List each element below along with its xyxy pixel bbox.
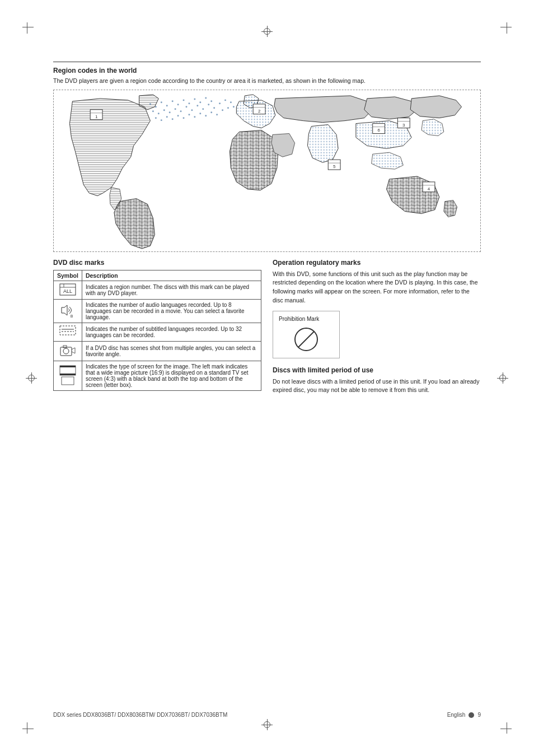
angle-icon <box>59 344 76 357</box>
svg-point-24 <box>177 104 179 105</box>
svg-point-20 <box>155 106 157 108</box>
footer-right: English 9 <box>447 712 481 718</box>
icon-cell-region: ALL <box>54 281 82 299</box>
svg-point-44 <box>224 99 226 101</box>
region-heading: Region codes in the world <box>53 67 481 74</box>
svg-point-38 <box>191 109 193 111</box>
dvd-marks-heading: DVD disc marks <box>53 259 261 267</box>
dvd-marks-table: Symbol Description ALL <box>53 270 261 391</box>
region-intro: The DVD players are given a region code … <box>53 77 481 85</box>
limited-heading: Discs with limited period of use <box>273 366 481 374</box>
desc-region: Indicates a region number. The discs wit… <box>82 281 261 299</box>
prohibition-label: Prohibition Mark <box>279 316 334 322</box>
svg-point-32 <box>158 113 160 114</box>
table-row: 8 Indicates the number of audio language… <box>54 299 261 323</box>
svg-point-31 <box>152 110 154 112</box>
svg-point-58 <box>222 109 223 111</box>
operation-column: Operation regulatory marks With this DVD… <box>273 259 481 395</box>
desc-aspect: Indicates the type of screen for the ima… <box>82 361 261 390</box>
desc-angle: If a DVD disc has scenes shot from multi… <box>82 341 261 361</box>
footer-page-number: 9 <box>477 712 481 718</box>
center-cross-bottom <box>261 719 273 730</box>
table-row: If a DVD disc has scenes shot from multi… <box>54 341 261 361</box>
col-symbol-header: Symbol <box>54 270 82 281</box>
svg-point-45 <box>230 101 232 103</box>
svg-line-84 <box>298 332 314 347</box>
svg-point-51 <box>183 117 185 119</box>
svg-point-77 <box>63 348 69 354</box>
top-rule <box>53 62 481 62</box>
svg-point-29 <box>205 97 207 99</box>
svg-point-60 <box>233 106 235 108</box>
table-row: Indicates the number of subtitled langua… <box>54 323 261 341</box>
table-row: ALL Indicates a region number. The discs… <box>54 281 261 299</box>
footer: DDX series DDX8036BT/ DDX8036BTM/ DDX703… <box>53 712 481 718</box>
svg-point-19 <box>149 103 151 105</box>
svg-text:2: 2 <box>258 108 261 113</box>
svg-text:ALL: ALL <box>63 288 72 294</box>
table-row: Indicates the type of screen for the ima… <box>54 361 261 390</box>
svg-point-43 <box>219 102 221 104</box>
aspect-icon <box>59 365 76 385</box>
svg-point-22 <box>166 105 168 106</box>
svg-point-33 <box>163 109 165 111</box>
svg-point-50 <box>177 115 179 116</box>
world-map-svg: 1 2 3 4 <box>54 90 480 251</box>
subtitle-icon <box>59 325 76 338</box>
svg-point-47 <box>161 119 162 121</box>
limited-text: Do not leave discs with a limited period… <box>273 377 481 395</box>
desc-audio: Indicates the number of audio languages … <box>82 299 261 323</box>
svg-point-40 <box>202 108 204 110</box>
svg-text:4: 4 <box>428 186 430 191</box>
svg-point-56 <box>210 111 212 113</box>
corner-mark-tr <box>495 22 512 39</box>
svg-rect-81 <box>60 374 76 375</box>
svg-point-46 <box>155 117 157 119</box>
footer-language: English <box>447 712 466 718</box>
center-cross-left <box>26 372 37 384</box>
corner-mark-br <box>495 717 512 734</box>
svg-point-49 <box>172 118 174 120</box>
svg-point-48 <box>166 116 168 118</box>
svg-text:5: 5 <box>333 164 336 169</box>
icon-cell-aspect <box>54 361 82 390</box>
prohibition-box: Prohibition Mark <box>273 311 340 358</box>
svg-point-36 <box>180 110 182 112</box>
svg-rect-80 <box>60 366 76 367</box>
svg-point-57 <box>216 114 218 115</box>
svg-point-52 <box>188 114 190 115</box>
svg-text:6: 6 <box>377 128 380 133</box>
corner-mark-tl <box>22 22 39 39</box>
world-map-container: 1 2 3 4 <box>53 90 481 252</box>
page-dot <box>469 712 474 718</box>
svg-point-34 <box>169 111 171 113</box>
icon-cell-subtitle <box>54 323 82 341</box>
two-col-layout: DVD disc marks Symbol Description <box>53 259 481 395</box>
svg-point-59 <box>227 107 229 109</box>
svg-point-42 <box>213 107 215 109</box>
prohibition-icon <box>292 325 320 353</box>
op-heading: Operation regulatory marks <box>273 259 481 267</box>
svg-point-39 <box>196 105 198 106</box>
svg-text:3: 3 <box>402 122 405 127</box>
desc-subtitle: Indicates the number of subtitled langua… <box>82 323 261 341</box>
center-cross-right <box>497 372 508 384</box>
op-text: With this DVD, some functions of this un… <box>273 270 481 305</box>
svg-point-30 <box>210 100 212 102</box>
svg-text:1: 1 <box>95 114 98 119</box>
main-content: Region codes in the world The DVD player… <box>53 62 481 694</box>
svg-point-54 <box>199 113 201 114</box>
icon-cell-audio: 8 <box>54 299 82 323</box>
region-icon: ALL <box>59 283 76 296</box>
dvd-marks-column: DVD disc marks Symbol Description <box>53 259 261 395</box>
svg-point-28 <box>199 101 201 103</box>
footer-series: DDX series DDX8036BT/ DDX8036BTM/ DDX703… <box>53 712 227 718</box>
audio-icon: 8 <box>59 303 76 318</box>
icon-cell-angle <box>54 341 82 361</box>
svg-point-37 <box>186 106 188 108</box>
svg-point-25 <box>183 99 185 101</box>
svg-point-41 <box>208 104 209 105</box>
svg-point-55 <box>205 115 207 116</box>
svg-point-23 <box>172 100 174 102</box>
col-description-header: Description <box>82 270 261 281</box>
